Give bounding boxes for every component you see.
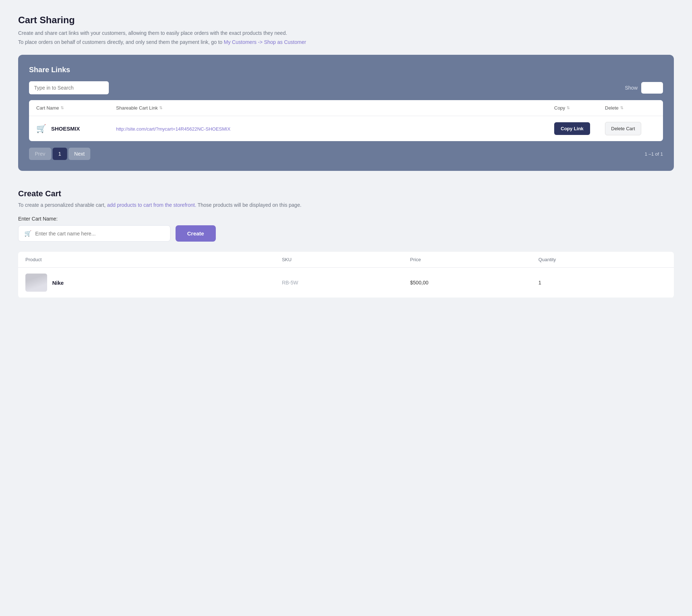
col-quantity: Quantity: [538, 257, 667, 262]
subtitle2-pre: To place orders on behalf of customers d…: [18, 39, 224, 45]
search-input[interactable]: [29, 81, 109, 94]
cart-name-input[interactable]: [35, 231, 164, 237]
my-customers-link[interactable]: My Customers -> Shop as Customer: [224, 39, 306, 45]
prev-page-button[interactable]: Prev: [29, 148, 51, 160]
pagination-buttons: Prev 1 Next: [29, 148, 90, 160]
copy-link-button[interactable]: Copy Link: [554, 122, 590, 135]
cart-name-input-row: 🛒 Create: [18, 225, 674, 242]
table-header: Cart Name ⇅ Shareable Cart Link ⇅ Copy ⇅…: [29, 100, 663, 116]
show-label: Show: [625, 85, 638, 91]
products-table: Product SKU Price Quantity Nike RB-5W $5…: [18, 252, 674, 298]
product-thumbnail: [25, 274, 47, 292]
pagination-info: 1 –1 of 1: [644, 151, 663, 157]
cart-row-copy-cell: Copy Link: [554, 122, 605, 135]
products-header: Product SKU Price Quantity: [18, 252, 674, 268]
add-products-link[interactable]: add products to cart from the storefront…: [107, 202, 196, 208]
share-links-table: Cart Name ⇅ Shareable Cart Link ⇅ Copy ⇅…: [29, 100, 663, 141]
sort-icon-link: ⇅: [159, 106, 162, 110]
cart-row-delete-cell: Delete Cart: [605, 122, 656, 135]
share-links-title: Share Links: [29, 66, 663, 74]
col-delete: Delete ⇅: [605, 105, 656, 111]
col-price: Price: [410, 257, 539, 262]
product-row: Nike RB-5W $500,00 1: [18, 268, 674, 298]
product-name: Nike: [52, 280, 64, 286]
product-quantity: 1: [538, 280, 667, 286]
show-row: Show 10: [625, 82, 663, 94]
pagination-row: Prev 1 Next 1 –1 of 1: [29, 148, 663, 160]
next-page-button[interactable]: Next: [69, 148, 91, 160]
cart-name-input-wrap: 🛒: [18, 225, 170, 242]
table-row: 🛒 SHOESMIX http://site.com/cart/?mycart=…: [29, 116, 663, 141]
col-product: Product: [25, 257, 282, 262]
create-cart-section: Create Cart To create a personalized sha…: [18, 189, 674, 298]
search-show-row: Show 10: [29, 81, 663, 94]
product-price: $500,00: [410, 280, 539, 286]
cart-row-link[interactable]: http://site.com/cart/?mycart=14R45622NC-…: [116, 126, 230, 132]
product-thumb-image: [25, 274, 47, 292]
enter-cart-label: Enter Cart Name:: [18, 216, 674, 222]
product-name-cell: Nike: [25, 274, 282, 292]
sort-icon-cart-name: ⇅: [61, 106, 64, 110]
sort-icon-delete: ⇅: [620, 106, 623, 110]
cart-name-cell: 🛒 SHOESMIX: [36, 124, 116, 134]
col-sku: SKU: [282, 257, 410, 262]
cart-input-icon: 🛒: [24, 230, 32, 237]
create-cart-title: Create Cart: [18, 189, 674, 198]
page-subtitle-1: Create and share cart links with your cu…: [18, 29, 674, 37]
sort-icon-copy: ⇅: [567, 106, 570, 110]
delete-cart-button[interactable]: Delete Cart: [605, 122, 641, 135]
show-count-input[interactable]: 10: [641, 82, 663, 94]
current-page-button[interactable]: 1: [53, 148, 67, 160]
page-title: Cart Sharing: [18, 15, 674, 26]
col-shareable-link: Shareable Cart Link ⇅: [116, 105, 554, 111]
cart-row-icon: 🛒: [36, 124, 46, 134]
col-copy: Copy ⇅: [554, 105, 605, 111]
cart-row-link-cell: http://site.com/cart/?mycart=14R45622NC-…: [116, 126, 554, 132]
share-links-section: Share Links Show 10 Cart Name ⇅ Shareabl…: [18, 55, 674, 171]
col-cart-name: Cart Name ⇅: [36, 105, 116, 111]
create-cart-button[interactable]: Create: [176, 225, 216, 242]
page-subtitle-2: To place orders on behalf of customers d…: [18, 38, 674, 46]
product-sku: RB-5W: [282, 280, 410, 286]
create-cart-subtitle: To create a personalized sharable cart, …: [18, 202, 674, 208]
cart-row-name: SHOESMIX: [51, 126, 80, 132]
